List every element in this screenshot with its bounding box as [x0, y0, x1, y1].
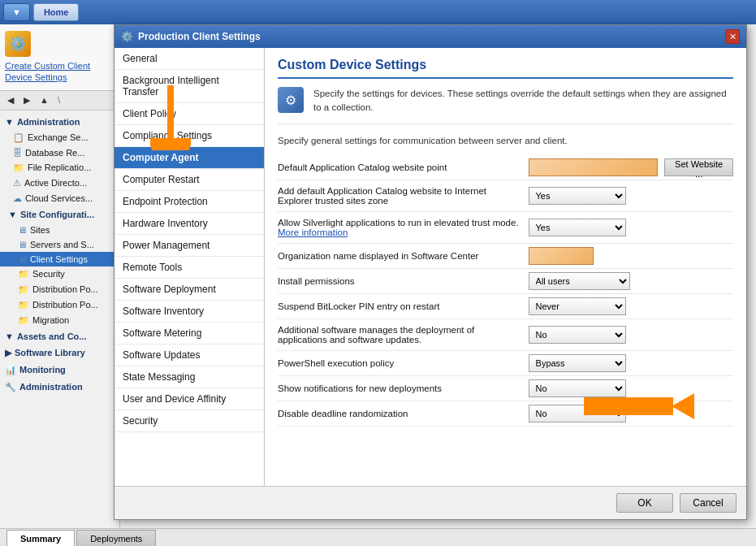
sidebar-item-site-config[interactable]: ▼ Site Configurati...	[0, 206, 119, 223]
sidebar-item-migration[interactable]: 📁 Migration	[0, 313, 119, 328]
show-notifications-select[interactable]: No Yes	[529, 379, 626, 397]
dialog-close-button[interactable]: ✕	[725, 29, 740, 44]
setting-label: Show notifications for new deployments	[278, 375, 529, 401]
summary-tab[interactable]: Summary	[6, 530, 75, 546]
sidebar-item-dist-po1[interactable]: 📁 Distribution Po...	[0, 282, 119, 297]
table-row: Install permissions All users Only admin…	[278, 268, 733, 293]
set-website-button[interactable]: Set Website ...	[664, 158, 733, 176]
nav-item-software-inv[interactable]: Software Inventory	[114, 301, 264, 323]
nav-item-bits[interactable]: Background Intelligent Transfer	[114, 70, 264, 103]
additional-software-select[interactable]: No Yes	[529, 326, 626, 344]
sidebar-item-administration[interactable]: 🔧 Administration	[0, 379, 119, 396]
nav-item-general[interactable]: General	[114, 48, 264, 70]
sidebar-item-label: Sites	[30, 225, 50, 235]
dialog: ⚙️ Production Client Settings ✕ General …	[114, 24, 747, 520]
dist-po2-icon: 📁	[18, 300, 29, 310]
install-permissions-select[interactable]: All users Only administrators No users	[529, 272, 630, 290]
sidebar-item-servers[interactable]: 🖥 Servers and S...	[0, 237, 119, 252]
table-row: Add default Application Catalog website …	[278, 180, 733, 211]
sidebar-item-label: Site Configurati...	[20, 210, 94, 219]
up-button[interactable]: ▲	[36, 93, 53, 107]
nav-item-compliance[interactable]: Compliance Settings	[114, 125, 264, 147]
nav-item-endpoint[interactable]: Endpoint Protection	[114, 191, 264, 213]
sidebar-item-label: Distribution Po...	[32, 284, 98, 294]
sidebar-section-label: Administration	[17, 117, 80, 127]
sidebar-item-security[interactable]: 📁 Security	[0, 266, 119, 282]
nav-item-software-meter[interactable]: Software Metering	[114, 323, 264, 344]
sidebar-item-label: Database Re...	[25, 148, 84, 158]
nav-item-security[interactable]: Security	[114, 410, 264, 432]
sidebar-item-sites[interactable]: 🖥 Sites	[0, 223, 119, 237]
deployments-tab[interactable]: Deployments	[76, 530, 156, 546]
dialog-title-icon: ⚙️	[121, 31, 133, 42]
bottom-tabs: Summary Deployments	[0, 528, 756, 546]
sites-icon: 🖥	[18, 225, 27, 235]
dialog-footer: OK Cancel	[114, 486, 746, 519]
content-subtitle: Specify general settings for communicati…	[278, 136, 733, 145]
dropdown-button[interactable]: ▼	[3, 3, 30, 21]
sidebar-item-cloud[interactable]: ☁ Cloud Services...	[0, 191, 119, 206]
back-button[interactable]: ◀	[3, 93, 18, 108]
sidebar-item-active-directory[interactable]: ⚠ Active Directo...	[0, 176, 119, 191]
setting-label: Default Application Catalog website poin…	[278, 155, 529, 180]
setting-label: Additional software manages the deployme…	[278, 318, 529, 350]
powershell-select[interactable]: Bypass Restricted AllSigned RemoteSigned	[529, 354, 626, 372]
exchange-icon: 📋	[13, 132, 24, 143]
sidebar-item-label: Administration	[19, 382, 83, 392]
nav-item-computer-restart[interactable]: Computer Restart	[114, 169, 264, 191]
sidebar-section-admin[interactable]: ▼ Administration	[0, 114, 119, 130]
more-info-link[interactable]: More information	[278, 228, 348, 237]
nav-item-hardware[interactable]: Hardware Inventory	[114, 213, 264, 235]
nav-item-power[interactable]: Power Management	[114, 235, 264, 257]
file-replication-icon: 📁	[13, 162, 24, 173]
forward-button[interactable]: ▶	[19, 93, 34, 108]
home-tab[interactable]: Home	[33, 3, 80, 21]
nav-item-user-device[interactable]: User and Device Affinity	[114, 388, 264, 410]
disable-deadline-select[interactable]: No Yes	[529, 405, 626, 422]
setting-label: Suspend BitLocker PIN entry on restart	[278, 293, 529, 318]
setting-label: Install permissions	[278, 268, 529, 293]
org-name-input[interactable]	[529, 247, 594, 265]
nav-item-state[interactable]: State Messaging	[114, 366, 264, 388]
setting-control: No Yes	[529, 401, 733, 426]
setting-label: PowerShell execution policy	[278, 350, 529, 375]
ok-button[interactable]: OK	[616, 493, 673, 513]
content-title: Custom Device Settings	[278, 58, 733, 79]
create-custom-link[interactable]: Create Custom Client Device Settings	[5, 60, 114, 84]
sidebar-item-dist-po2[interactable]: 📁 Distribution Po...	[0, 297, 119, 313]
nav-item-software-updates[interactable]: Software Updates	[114, 344, 264, 366]
servers-icon: 🖥	[18, 240, 27, 249]
sidebar-item-exchange[interactable]: 📋 Exchange Se...	[0, 130, 119, 145]
setting-label: Add default Application Catalog website …	[278, 180, 529, 211]
client-settings-icon: 🖥	[18, 254, 27, 264]
nav-item-remote[interactable]: Remote Tools	[114, 257, 264, 279]
setting-control: Never Always	[529, 293, 733, 318]
create-custom-icon: ⚙️	[5, 31, 31, 57]
nav-item-software-deploy[interactable]: Software Deployment	[114, 279, 264, 301]
silverlight-select[interactable]: Yes No	[529, 219, 626, 236]
setting-control: Set Website ...	[529, 155, 733, 180]
sidebar-item-label: Security	[32, 269, 65, 279]
bitlocker-select[interactable]: Never Always	[529, 297, 626, 315]
sidebar-item-file-replication[interactable]: 📁 File Replicatio...	[0, 160, 119, 176]
sidebar-item-monitoring[interactable]: 📊 Monitoring	[0, 362, 119, 379]
sidebar-item-client-settings[interactable]: 🖥 Client Settings	[0, 252, 119, 266]
add-catalog-select[interactable]: Yes No	[529, 187, 626, 205]
table-row: Additional software manages the deployme…	[278, 318, 733, 350]
dialog-titlebar: ⚙️ Production Client Settings ✕	[114, 25, 746, 48]
nav-panel: General Background Intelligent Transfer …	[114, 48, 265, 486]
sidebar-item-label: Client Settings	[30, 254, 88, 264]
sidebar-item-database[interactable]: 🗄 Database Re...	[0, 145, 119, 160]
sidebar-item-label: File Replicatio...	[28, 162, 91, 172]
taskbar: ▼ Home	[0, 0, 756, 24]
nav-item-computer-agent[interactable]: Computer Agent	[114, 147, 264, 169]
sidebar-item-assets[interactable]: ▼ Assets and Co...	[0, 328, 119, 344]
nav-item-client-policy[interactable]: Client Policy	[114, 103, 264, 125]
setting-control: Yes No	[529, 180, 733, 211]
cancel-button[interactable]: Cancel	[680, 493, 737, 513]
catalog-website-input[interactable]	[529, 158, 659, 176]
table-row: PowerShell execution policy Bypass Restr…	[278, 350, 733, 375]
table-row: Organization name displayed in Software …	[278, 243, 733, 268]
sidebar-item-software-library[interactable]: ▶ Software Library	[0, 344, 119, 362]
sidebar-toolbar: ◀ ▶ ▲ \	[0, 91, 119, 110]
